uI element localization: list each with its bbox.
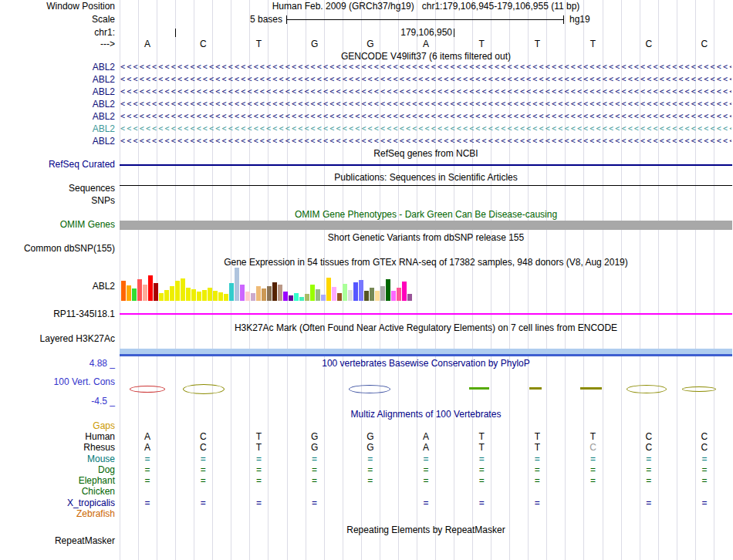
base-cell: =: [590, 476, 596, 486]
base-cell: =: [312, 498, 317, 508]
base-cell: =: [423, 498, 428, 508]
base-cell: T: [256, 432, 262, 442]
base-cell: =: [367, 476, 373, 486]
conservation-mark: [349, 385, 390, 393]
alignment-row-gaps[interactable]: [120, 421, 732, 431]
ucsc-genome-browser-view: Window Position Human Feb. 2009 (GRCh37/…: [0, 0, 733, 560]
base-cell: =: [201, 454, 206, 464]
base-cell: =: [312, 465, 317, 475]
base-cell: =: [145, 465, 150, 475]
base-cell: G: [311, 443, 318, 453]
base-cell: T: [535, 443, 540, 453]
base-cell: =: [701, 498, 707, 508]
base-cell: T: [479, 432, 485, 442]
base-cell: =: [201, 476, 206, 486]
base-cell: =: [423, 454, 428, 464]
base-cell: =: [701, 454, 707, 464]
base-cell: =: [590, 465, 596, 475]
base-cell: =: [423, 465, 428, 475]
species-label-mouse[interactable]: Mouse: [0, 454, 117, 464]
base-cell: =: [701, 476, 707, 486]
base-cell: =: [423, 476, 428, 486]
base-cell: C: [589, 443, 596, 453]
base-cell: =: [256, 454, 262, 464]
base-cell: C: [200, 443, 207, 453]
alignment-row-x-tropicalis[interactable]: =========: [120, 498, 732, 508]
base-cell: =: [201, 465, 206, 475]
base-cell: =: [256, 498, 262, 508]
base-cell: C: [645, 443, 652, 453]
alignment-row-dog[interactable]: ===========: [120, 465, 732, 475]
base-cell: G: [311, 432, 318, 442]
conservation-mark: [627, 385, 667, 393]
base-cell: =: [646, 454, 651, 464]
base-cell: =: [312, 476, 317, 486]
conservation-mark: [529, 387, 542, 390]
base-cell: =: [145, 454, 150, 464]
base-cell: A: [144, 432, 150, 442]
species-label-dog[interactable]: Dog: [0, 465, 117, 475]
alignment-row-human[interactable]: ACTGGATTTCC: [120, 432, 732, 442]
repeatmasker-label[interactable]: RepeatMasker: [0, 536, 117, 546]
base-cell: =: [479, 476, 485, 486]
base-cell: =: [312, 454, 317, 464]
base-cell: T: [535, 432, 540, 442]
base-cell: =: [535, 454, 540, 464]
base-cell: =: [590, 454, 596, 464]
base-cell: =: [535, 465, 540, 475]
multiz-track-title: Multiz Alignments of 100 Vertebrates: [120, 410, 732, 420]
base-cell: A: [423, 443, 429, 453]
conservation-mark: [130, 386, 165, 393]
base-cell: =: [646, 465, 651, 475]
conservation-mark: [183, 384, 225, 394]
alignment-row-rhesus[interactable]: ACTGGATTCCC: [120, 443, 732, 453]
base-cell: C: [701, 432, 708, 442]
base-cell: T: [256, 443, 262, 453]
base-cell: C: [645, 432, 652, 442]
base-cell: A: [144, 443, 150, 453]
conservation-mark: [580, 387, 602, 390]
repeatmasker-track-title: Repeating Elements by RepeatMasker: [120, 525, 732, 535]
base-cell: A: [423, 432, 429, 442]
conservation-min-label: -4.5 _: [0, 396, 117, 407]
species-label-gaps[interactable]: Gaps: [0, 421, 117, 431]
base-cell: =: [479, 454, 485, 464]
conservation-mark: [469, 387, 489, 390]
base-cell: =: [479, 465, 485, 475]
base-cell: =: [535, 476, 540, 486]
species-label-x-tropicalis[interactable]: X_tropicalis: [0, 498, 117, 508]
conservation-mark: [682, 386, 716, 392]
base-cell: =: [646, 498, 651, 508]
alignment-row-elephant[interactable]: ===========: [120, 476, 732, 486]
base-cell: =: [535, 498, 540, 508]
base-cell: =: [367, 465, 373, 475]
base-cell: =: [479, 498, 485, 508]
base-cell: =: [646, 476, 651, 486]
base-cell: =: [701, 465, 707, 475]
base-cell: C: [701, 443, 708, 453]
base-cell: T: [479, 443, 485, 453]
base-cell: C: [200, 432, 207, 442]
base-cell: =: [145, 498, 150, 508]
base-cell: =: [256, 465, 262, 475]
alignment-row-chicken[interactable]: [120, 487, 732, 497]
base-cell: =: [201, 498, 206, 508]
base-cell: =: [256, 476, 262, 486]
species-label-rhesus[interactable]: Rhesus: [0, 443, 117, 453]
base-cell: G: [366, 443, 373, 453]
species-label-human[interactable]: Human: [0, 432, 117, 442]
base-cell: T: [590, 432, 596, 442]
alignment-row-zebrafish[interactable]: [120, 509, 732, 519]
base-cell: =: [145, 476, 150, 486]
base-cell: G: [366, 432, 373, 442]
species-label-elephant[interactable]: Elephant: [0, 476, 117, 486]
alignment-row-mouse[interactable]: ===========: [120, 454, 732, 464]
base-cell: =: [367, 454, 373, 464]
species-label-chicken[interactable]: Chicken: [0, 487, 117, 497]
species-label-zebrafish[interactable]: Zebrafish: [0, 509, 117, 519]
